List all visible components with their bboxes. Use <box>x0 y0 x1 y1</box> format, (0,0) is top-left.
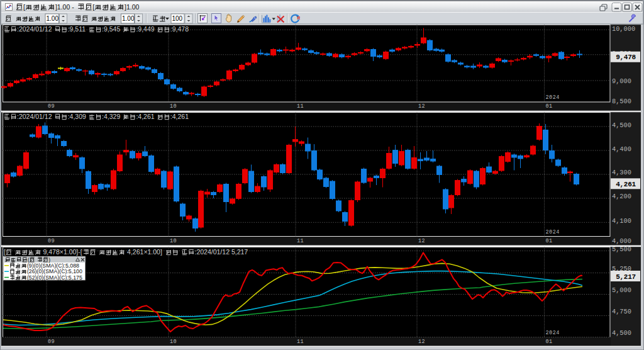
svg-text:9,000: 9,000 <box>612 77 631 85</box>
svg-text:2024: 2024 <box>546 94 560 101</box>
svg-text::9,449: :9,449 <box>136 25 156 33</box>
svg-text:01: 01 <box>546 238 553 244</box>
svg-text:[: [ <box>92 3 94 11</box>
svg-text:4,100: 4,100 <box>612 217 631 225</box>
svg-text:4,500: 4,500 <box>612 329 631 337</box>
svg-text:11: 11 <box>297 103 304 110</box>
svg-text:10: 10 <box>170 339 177 345</box>
svg-text:09: 09 <box>48 238 55 244</box>
svg-text:12: 12 <box>418 103 425 110</box>
svg-text:]1.00 -: ]1.00 - <box>55 3 76 11</box>
svg-text:4,500: 4,500 <box>612 121 631 129</box>
svg-text::9,545: :9,545 <box>102 25 122 33</box>
svg-text::2024/01/12: :2024/01/12 <box>17 25 53 33</box>
svg-text:4,200: 4,200 <box>612 193 631 200</box>
svg-text::2024/01/12: :2024/01/12 <box>17 113 53 120</box>
svg-text:5,000: 5,000 <box>612 286 631 294</box>
svg-text:(52)(0)(SMA)(C):5,175: (52)(0)(SMA)(C):5,175 <box>27 274 82 281</box>
svg-text:11: 11 <box>297 339 304 345</box>
svg-text:12: 12 <box>418 339 425 345</box>
svg-text:01: 01 <box>546 103 553 110</box>
svg-text:4,000: 4,000 <box>612 237 631 245</box>
svg-text:4,300: 4,300 <box>612 169 631 176</box>
svg-text:8,500: 8,500 <box>612 98 631 105</box>
svg-text:9,478: 9,478 <box>616 54 636 61</box>
svg-text::4,329: :4,329 <box>102 113 122 120</box>
svg-text:12: 12 <box>418 238 425 244</box>
svg-text:10: 10 <box>170 238 177 244</box>
svg-text:4,750: 4,750 <box>612 308 631 315</box>
svg-text::4,261: :4,261 <box>136 113 156 120</box>
svg-text::2024/01/12 5,217: :2024/01/12 5,217 <box>195 248 248 256</box>
svg-text::9,511: :9,511 <box>68 25 87 33</box>
svg-text:10: 10 <box>170 103 177 110</box>
svg-text:4,261×1.00]: 4,261×1.00] <box>125 248 164 256</box>
svg-text:01: 01 <box>546 339 553 345</box>
svg-text:2024: 2024 <box>546 229 560 235</box>
svg-text:5,217: 5,217 <box>616 273 636 281</box>
svg-text:1.00: 1.00 <box>122 15 135 22</box>
svg-text:100: 100 <box>172 15 183 22</box>
svg-text:9,478×1.00]-[: 9,478×1.00]-[ <box>42 248 82 256</box>
svg-text:5,500: 5,500 <box>612 246 631 253</box>
svg-text:1.00: 1.00 <box>47 15 59 22</box>
svg-text:[: [ <box>23 3 25 11</box>
svg-text:]1.00: ]1.00 <box>125 3 140 11</box>
svg-text:11: 11 <box>297 238 304 244</box>
svg-text:09: 09 <box>48 103 55 110</box>
svg-text:[: [ <box>4 248 6 256</box>
svg-text:R: R <box>297 16 301 20</box>
svg-text:2024: 2024 <box>546 330 560 336</box>
svg-text:10,000: 10,000 <box>612 25 635 33</box>
svg-text::4,309: :4,309 <box>68 113 88 120</box>
svg-text::4,261: :4,261 <box>170 113 189 120</box>
svg-text:09: 09 <box>48 339 55 345</box>
svg-text:4,261: 4,261 <box>616 181 636 188</box>
svg-text:4,400: 4,400 <box>612 145 631 153</box>
svg-text::9,478: :9,478 <box>170 25 189 33</box>
